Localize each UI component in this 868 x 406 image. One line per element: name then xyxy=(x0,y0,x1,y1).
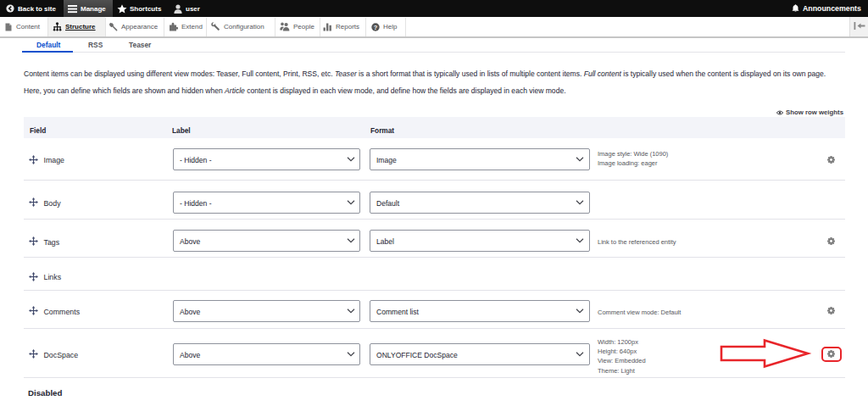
svg-text:?: ? xyxy=(374,23,378,31)
